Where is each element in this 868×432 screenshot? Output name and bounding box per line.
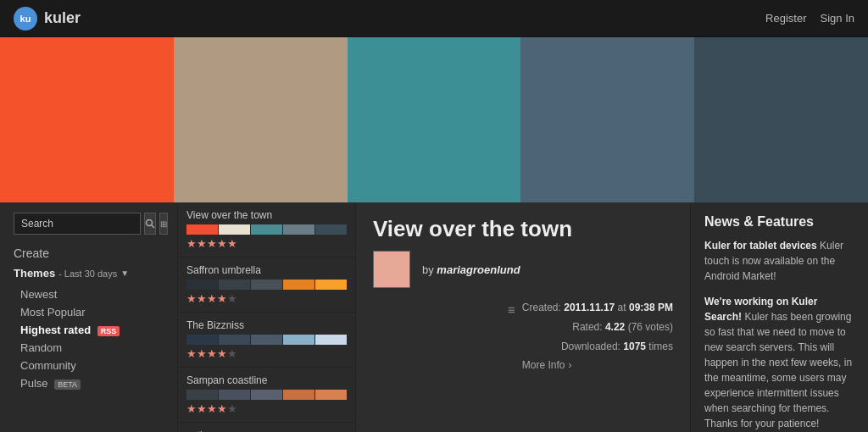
- theme-list-item[interactable]: Saffron umbrella★★★★★: [178, 258, 355, 313]
- themes-label: Themes: [14, 267, 55, 280]
- swatch: [315, 280, 347, 290]
- search-row: ⊞: [14, 213, 164, 235]
- hero-swatch-1: [0, 37, 174, 202]
- logo-icon: ku: [14, 7, 37, 30]
- sidebar-nav: Create Themes - Last 30 days ▼ Newest Mo…: [14, 246, 164, 391]
- theme-list: View over the town★★★★★Saffron umbrella★…: [178, 202, 356, 432]
- created-date: 2011.11.17: [564, 302, 615, 313]
- downloads-value: 1075: [623, 341, 646, 352]
- theme-name: Saffron umbrella: [186, 264, 347, 276]
- hero-swatch-3: [348, 37, 521, 202]
- hero-swatch-5: [694, 37, 868, 202]
- created-label: Created:: [522, 302, 561, 313]
- theme-name: The Bizzniss: [186, 319, 347, 331]
- news-item-2: We're working on Kuler Search! Kuler has…: [704, 294, 854, 431]
- register-link[interactable]: Register: [765, 12, 806, 25]
- sidebar-item-newest[interactable]: Newest: [14, 286, 164, 302]
- swatch: [315, 335, 347, 345]
- theme-swatches: [186, 280, 347, 290]
- view-title: View over the town: [373, 216, 673, 242]
- themes-section-label: Themes - Last 30 days ▼: [14, 267, 164, 280]
- search-button[interactable]: [144, 213, 156, 235]
- rated-label: Rated:: [572, 321, 602, 333]
- news-item-1: Kuler for tablet devices Kuler touch is …: [704, 238, 854, 284]
- theme-swatches: [186, 224, 347, 235]
- sign-in-link[interactable]: Sign In: [821, 12, 854, 25]
- theme-swatches: [186, 390, 347, 400]
- more-info-button[interactable]: More Info ›: [522, 356, 673, 375]
- sidebar-item-pulse[interactable]: Pulse BETA: [14, 375, 164, 391]
- dropdown-arrow-icon[interactable]: ▼: [120, 269, 129, 278]
- stats-text: Created: 2011.11.17 at 09:38 PM Rated: 4…: [522, 298, 673, 375]
- votes-num: 76 votes: [632, 321, 670, 333]
- theme-list-item[interactable]: The Bizzniss★★★★★: [178, 313, 355, 368]
- star-rating: ★★★★★: [186, 402, 347, 415]
- swatch: [315, 390, 347, 400]
- swatch: [283, 224, 314, 235]
- theme-name: View over the town: [186, 209, 347, 221]
- swatch: [283, 335, 314, 345]
- by-label: by: [422, 263, 434, 276]
- swatch: [219, 280, 250, 290]
- rating-value: 4.22: [605, 321, 625, 333]
- grid-view-button[interactable]: ⊞: [159, 213, 168, 235]
- sidebar-item-random[interactable]: Random: [14, 340, 164, 356]
- swatch: [283, 390, 314, 400]
- search-icon: [145, 219, 155, 229]
- rss-badge: RSS: [97, 326, 120, 336]
- sidebar-item-highest-rated[interactable]: Highest rated RSS: [14, 322, 164, 338]
- swatch: [186, 335, 218, 345]
- header: ku kuler Register Sign In: [0, 0, 868, 37]
- swatch: [251, 390, 282, 400]
- swatch: [251, 280, 282, 290]
- star-rating: ★★★★★: [186, 237, 347, 250]
- sidebar-item-most-popular[interactable]: Most Popular: [14, 304, 164, 320]
- swatch: [315, 224, 347, 235]
- news-title: News & Features: [704, 214, 854, 230]
- app-title: kuler: [44, 9, 81, 27]
- theme-list-item[interactable]: View over the town★★★★★: [178, 202, 355, 258]
- swatch: [186, 224, 218, 235]
- search-input[interactable]: [14, 213, 141, 235]
- grid-icon: ⊞: [160, 219, 167, 229]
- swatch: [219, 224, 250, 235]
- news-body-2: Kuler has been growing so fast that we n…: [704, 311, 852, 429]
- theme-preview-swatch: [373, 251, 410, 288]
- last30-label: - Last 30 days: [58, 269, 117, 279]
- theme-swatches: [186, 335, 347, 345]
- center-panel: View over the town by mariagroenlund ≡ C…: [356, 202, 690, 432]
- swatch: [283, 280, 314, 290]
- hero-swatch-2: [174, 37, 348, 202]
- sidebar: ⊞ Create Themes - Last 30 days ▼ Newest …: [0, 202, 178, 432]
- at-label: at: [618, 302, 626, 313]
- swatch: [186, 280, 218, 290]
- header-left: ku kuler: [14, 7, 81, 30]
- theme-list-item[interactable]: Sampan coastline★★★★★: [178, 368, 355, 423]
- beta-badge: BETA: [54, 379, 81, 390]
- by-author: by mariagroenlund: [422, 263, 520, 276]
- chevron-right-icon: ›: [569, 356, 572, 375]
- swatch: [219, 390, 250, 400]
- swatch: [251, 224, 282, 235]
- created-time: 09:38 PM: [629, 302, 673, 313]
- news-panel: News & Features Kuler for tablet devices…: [690, 202, 868, 432]
- star-rating: ★★★★★: [186, 292, 347, 305]
- times-label: times: [648, 341, 673, 352]
- swatch: [186, 390, 218, 400]
- theme-name: Sampan coastline: [186, 374, 347, 386]
- toolbar-icons: ≡: [508, 298, 515, 375]
- svg-point-0: [147, 220, 153, 226]
- list-icon[interactable]: ≡: [508, 302, 515, 317]
- theme-list-item[interactable]: votive★★★★★: [178, 423, 355, 432]
- view-stats: ≡ Created: 2011.11.17 at 09:38 PM Rated:…: [508, 298, 673, 375]
- sidebar-item-community[interactable]: Community: [14, 357, 164, 374]
- swatch: [219, 335, 250, 345]
- header-right: Register Sign In: [765, 12, 854, 25]
- sidebar-item-create[interactable]: Create: [14, 246, 164, 260]
- hero-color-strip: [0, 37, 868, 202]
- star-rating: ★★★★★: [186, 347, 347, 360]
- author-name: mariagroenlund: [437, 263, 520, 276]
- news-headline-1: Kuler for tablet devices: [704, 240, 817, 252]
- hero-swatch-4: [520, 37, 694, 202]
- main-content: ⊞ Create Themes - Last 30 days ▼ Newest …: [0, 202, 868, 432]
